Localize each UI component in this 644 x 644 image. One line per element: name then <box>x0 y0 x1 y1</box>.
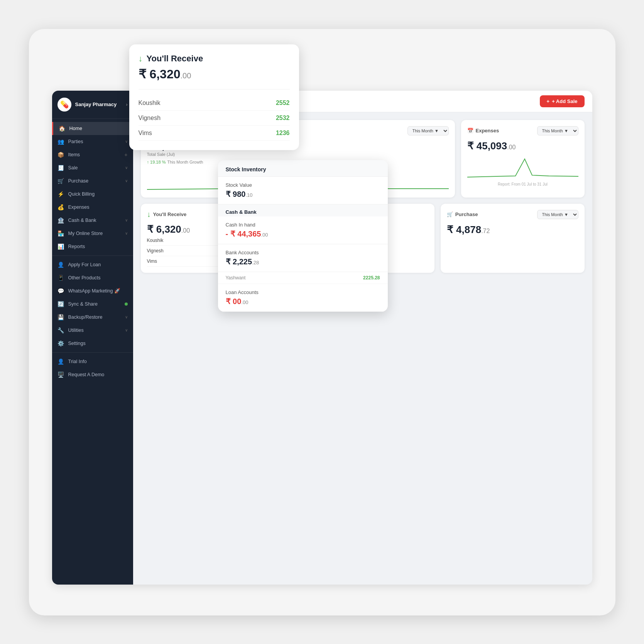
parties-icon: 👥 <box>57 139 64 145</box>
trial-icon: 👤 <box>57 358 64 365</box>
chevron-down-icon: ∨ <box>125 166 128 170</box>
add-sale-label: + Add Sale <box>552 98 577 104</box>
sidebar-item-label: Backup/Restore <box>68 314 121 320</box>
sidebar-item-sync[interactable]: 🔄 Sync & Share <box>52 297 133 311</box>
sidebar-item-label: Sale <box>68 165 121 171</box>
quick-billing-icon: ⚡ <box>57 191 64 197</box>
chevron-down-icon: ∨ <box>125 179 128 183</box>
purchase-header: 🛒 Purchase This Month ▼ <box>447 210 578 219</box>
purchase-card: 🛒 Purchase This Month ▼ ₹ 4,878.72 <box>441 204 585 273</box>
sidebar-item-label: Reports <box>68 244 128 249</box>
brand-name: Sanjay Pharmacy <box>75 101 122 107</box>
utilities-icon: 🔧 <box>57 327 64 333</box>
demo-icon: 🖥️ <box>57 372 64 378</box>
chevron-down-icon: ∨ <box>125 315 128 319</box>
sidebar-item-label: Sync & Share <box>68 301 121 307</box>
loan-icon: 👤 <box>57 262 64 268</box>
bank-accounts-label: Bank Accounts <box>226 250 380 255</box>
chevron-down-icon: ∨ <box>125 218 128 222</box>
settings-icon: ⚙️ <box>57 340 64 347</box>
sidebar-item-label: Quick Billing <box>68 191 128 197</box>
chevron-right-icon: › <box>126 102 128 107</box>
sidebar-item-online-store[interactable]: 🏪 My Online Store ∨ <box>52 227 133 240</box>
receive-title: ↓ You'll Receive <box>147 210 187 219</box>
sidebar-item-label: Expenses <box>68 205 128 210</box>
sync-icon: 🔄 <box>57 301 64 307</box>
sidebar-item-reports[interactable]: 📊 Reports <box>52 240 133 253</box>
floating-arrow-down-icon: ↓ <box>139 54 143 64</box>
expenses-month-selector[interactable]: This Month ▼ <box>537 126 578 135</box>
sidebar-item-label: Items <box>68 152 121 157</box>
sidebar-divider-2 <box>52 352 133 353</box>
floating-party-row: Vims 1236 <box>139 126 290 141</box>
sidebar-nav: 🏠 Home 👥 Parties ∨ 📦 Items + 🧾 <box>52 119 133 578</box>
sidebar-item-loan[interactable]: 👤 Apply For Loan <box>52 258 133 271</box>
floating-receive-card: ↓ You'll Receive ₹ 6,320.00 Koushik 2552… <box>129 44 299 150</box>
sidebar-item-backup[interactable]: 💾 Backup/Restore ∨ <box>52 311 133 324</box>
floating-receive-amount: ₹ 6,320.00 <box>139 67 290 81</box>
floating-divider <box>139 89 290 90</box>
sidebar-item-home[interactable]: 🏠 Home <box>52 122 133 135</box>
stock-value-item: Stock Value ₹ 980.10 <box>218 177 388 205</box>
sidebar-header[interactable]: 💊 Sanjay Pharmacy › <box>52 91 133 119</box>
loan-amount: ₹ 00.00 <box>226 297 380 306</box>
cash-bank-section-label: Cash & Bank <box>218 205 388 216</box>
sidebar-item-label: Parties <box>68 139 121 144</box>
reports-icon: 📊 <box>57 243 64 250</box>
expenses-header: 📅 Expenses This Month ▼ <box>467 126 578 135</box>
sidebar-item-label: Settings <box>68 341 128 346</box>
sidebar-item-label: Utilities <box>68 328 121 333</box>
sidebar-item-demo[interactable]: 🖥️ Request A Demo <box>52 368 133 381</box>
purchase-amount: ₹ 4,878.72 <box>447 224 578 236</box>
floating-party-row: Koushik 2552 <box>139 96 290 111</box>
sidebar: 💊 Sanjay Pharmacy › 🏠 Home 👥 Parties ∨ <box>52 91 133 585</box>
sidebar-item-label: Trial Info <box>68 359 128 364</box>
status-dot <box>125 303 128 306</box>
purchase-month-selector[interactable]: This Month ▼ <box>537 210 578 219</box>
purchase-title: 🛒 Purchase <box>447 211 478 217</box>
app-logo: 💊 <box>57 98 71 112</box>
add-sale-button[interactable]: + + Add Sale <box>540 95 585 107</box>
expenses-report: Report: From 01 Jul to 31 Jul <box>467 182 578 186</box>
whatsapp-icon: 💬 <box>57 288 64 294</box>
backup-icon: 💾 <box>57 314 64 320</box>
bank-party-amount: 2225.28 <box>363 275 380 281</box>
stock-title: Stock Inventory <box>218 160 388 177</box>
sidebar-item-label: Request A Demo <box>68 372 128 377</box>
sidebar-item-label: Cash & Bank <box>68 218 121 223</box>
sidebar-item-quick-billing[interactable]: ⚡ Quick Billing <box>52 188 133 201</box>
sidebar-item-label: Purchase <box>68 178 121 184</box>
sale-subtitle: Total Sale (Jul) <box>147 152 449 157</box>
sidebar-item-expenses[interactable]: 💰 Expenses <box>52 201 133 214</box>
loan-accounts-item: Loan Accounts ₹ 00.00 <box>218 284 388 312</box>
sidebar-item-cash-bank[interactable]: 🏦 Cash & Bank ∨ <box>52 214 133 227</box>
sale-month-selector[interactable]: This Month ▼ <box>407 126 449 135</box>
sidebar-divider <box>52 255 133 256</box>
cart-icon: 🛒 <box>447 211 453 217</box>
sale-icon: 🧾 <box>57 165 64 171</box>
sidebar-item-label: WhatsApp Marketing 🚀 <box>68 288 128 294</box>
sidebar-item-whatsapp[interactable]: 💬 WhatsApp Marketing 🚀 <box>52 284 133 297</box>
sidebar-item-parties[interactable]: 👥 Parties ∨ <box>52 135 133 148</box>
sidebar-item-other-products[interactable]: 📱 Other Products <box>52 271 133 284</box>
sidebar-item-utilities[interactable]: 🔧 Utilities ∨ <box>52 324 133 337</box>
sidebar-item-label: My Online Store <box>68 231 121 236</box>
cash-in-hand-label: Cash In hand <box>226 222 380 228</box>
store-icon: 🏪 <box>57 230 64 237</box>
plus-icon: + <box>124 152 127 158</box>
sidebar-item-settings[interactable]: ⚙️ Settings <box>52 337 133 350</box>
cash-bank-icon: 🏦 <box>57 217 64 223</box>
sidebar-item-sale[interactable]: 🧾 Sale ∨ <box>52 161 133 174</box>
other-products-icon: 📱 <box>57 275 64 281</box>
chevron-down-icon: ∨ <box>125 328 128 332</box>
purchase-icon: 🛒 <box>57 178 64 184</box>
sidebar-item-items[interactable]: 📦 Items + <box>52 148 133 161</box>
sidebar-item-trial[interactable]: 👤 Trial Info <box>52 355 133 368</box>
items-icon: 📦 <box>57 152 64 158</box>
bank-party-row: Yashwant 2225.28 <box>218 272 388 284</box>
bank-accounts-item: Bank Accounts ₹ 2,225.28 <box>218 244 388 272</box>
chevron-down-icon: ∨ <box>125 231 128 235</box>
stock-value-label: Stock Value <box>226 182 380 188</box>
sidebar-item-purchase[interactable]: 🛒 Purchase ∨ <box>52 174 133 188</box>
expenses-card: 📅 Expenses This Month ▼ ₹ 45,093.00 <box>461 120 585 198</box>
